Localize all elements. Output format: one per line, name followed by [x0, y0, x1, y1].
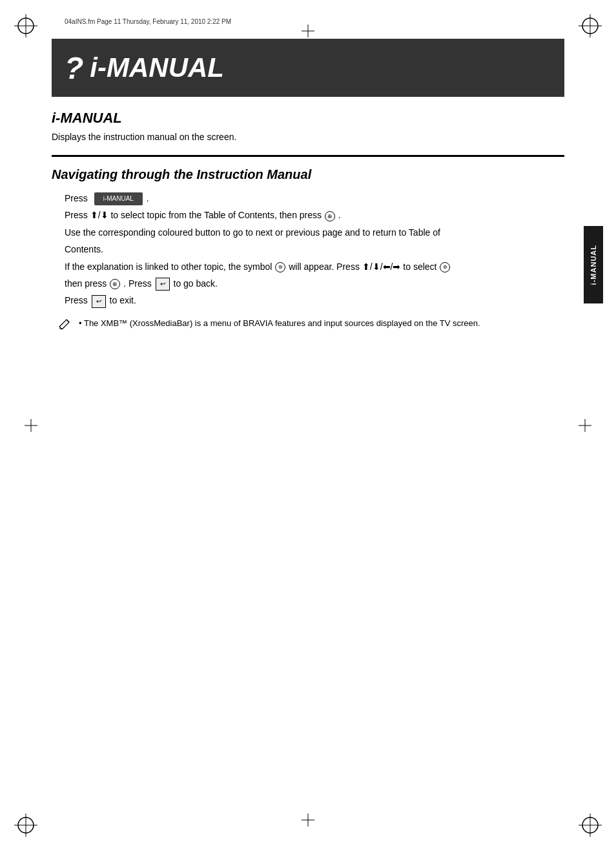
note-pencil-icon [58, 317, 74, 330]
subsection-title: Navigating through the Instruction Manua… [52, 167, 564, 182]
return-button-2: ↩ [92, 295, 106, 308]
note-icon-wrapper [58, 317, 74, 332]
section-description: Displays the instruction manual on the s… [52, 132, 564, 142]
content-line-2: Press ⬆/⬇ to select topic from the Table… [65, 208, 564, 222]
svg-line-20 [67, 320, 69, 322]
header-title: i-MANUAL [90, 52, 224, 83]
content-line-5: then press ⊕ . Press ↩ to go back. [65, 276, 564, 291]
imanual-button: i-MANUAL [94, 192, 143, 205]
cross-mark-bottom [302, 814, 314, 826]
file-info: 04aINS.fm Page 11 Thursday, February 11,… [65, 18, 231, 25]
content-line-3: Use the corresponding coloured button to… [65, 225, 564, 240]
cross-mark-left [25, 419, 37, 432]
header-banner: ? i-MANUAL [52, 39, 564, 97]
content-block: Press i-MANUAL . Press ⬆/⬇ to select top… [52, 191, 564, 308]
section-title: i-MANUAL [52, 110, 564, 127]
side-tab: i-MANUAL [584, 226, 603, 303]
corner-mark-bl [13, 812, 39, 838]
note-bullet: • [79, 318, 84, 328]
page-container: 04aINS.fm Page 11 Thursday, February 11,… [0, 0, 616, 851]
question-mark-icon: ? [65, 50, 83, 86]
content-line-1: Press i-MANUAL . [65, 191, 564, 205]
corner-mark-tl [13, 13, 39, 39]
note-text: • The XMB™ (XrossMediaBar) is a menu of … [79, 317, 480, 330]
note-section: • The XMB™ (XrossMediaBar) is a menu of … [52, 317, 564, 332]
cross-mark-top [302, 25, 314, 37]
side-tab-label: i-MANUAL [590, 245, 597, 285]
content-line-4: If the explanation is linked to other to… [65, 260, 564, 274]
return-button-1: ↩ [156, 278, 170, 291]
link-symbol: ⊚ [275, 262, 285, 272]
note-content: The XMB™ (XrossMediaBar) is a menu of BR… [84, 318, 480, 328]
corner-mark-br [577, 812, 603, 838]
main-content: ? i-MANUAL i-MANUAL Displays the instruc… [52, 39, 564, 812]
link-symbol-2: ⊚ [440, 262, 450, 272]
content-line-6: Press ↩ to exit. [65, 293, 564, 307]
corner-mark-tr [577, 13, 603, 39]
cross-mark-right [579, 419, 591, 432]
enter-symbol-2: ⊕ [110, 279, 120, 289]
enter-symbol: ⊕ [325, 211, 335, 221]
section-divider [52, 155, 564, 157]
content-line-3b: Contents. [65, 242, 564, 256]
